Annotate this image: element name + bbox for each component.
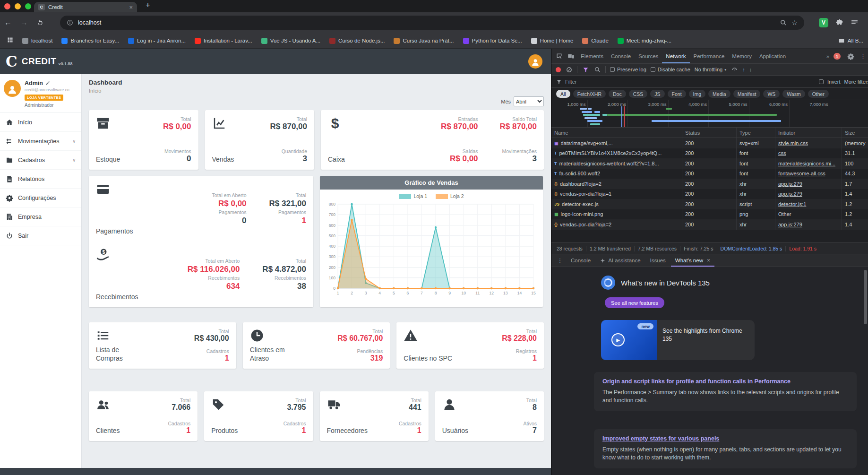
- sidebar-item[interactable]: Movimentações ∨: [0, 132, 81, 151]
- highlights-video-card[interactable]: ▶ new See the highlights from Chrome 135: [601, 320, 755, 360]
- network-request-row[interactable]: ▣data:image/svg+xml,... 200 svg+xml styl…: [551, 138, 868, 148]
- article-link[interactable]: Improved empty states for various panels: [602, 435, 719, 442]
- filter-chip[interactable]: Other: [808, 90, 829, 98]
- search-icon[interactable]: [593, 64, 601, 75]
- scrollbar-thumb[interactable]: [864, 270, 867, 324]
- back-button[interactable]: ←: [0, 18, 16, 27]
- filter-chip[interactable]: Fetch/XHR: [573, 90, 606, 98]
- initiator-link[interactable]: app.js:279: [778, 181, 802, 187]
- network-request-row[interactable]: {}vendas-por-dia?loja=1 200 xhr app.js:2…: [551, 189, 868, 199]
- import-har-icon[interactable]: ↑: [742, 67, 745, 72]
- browser-tab[interactable]: C Credit ×: [34, 2, 137, 12]
- bookmark-item[interactable]: Vue JS - Usando A...: [261, 38, 320, 44]
- column-size[interactable]: Size: [842, 128, 868, 138]
- play-icon[interactable]: ▶: [611, 333, 625, 346]
- bookmark-star-icon[interactable]: ☆: [791, 19, 798, 26]
- devtools-tab[interactable]: Elements: [577, 49, 607, 63]
- window-close-button[interactable]: [4, 3, 10, 9]
- video-thumbnail[interactable]: ▶ new: [601, 320, 657, 360]
- avatar[interactable]: [4, 80, 21, 97]
- bookmark-item[interactable]: localhost: [22, 38, 52, 44]
- devtools-tab[interactable]: Performance: [690, 49, 729, 63]
- legend-item[interactable]: Loja 1: [399, 193, 427, 199]
- drawer-tab-console[interactable]: Console: [567, 254, 595, 267]
- browser-menu-icon[interactable]: [851, 18, 859, 28]
- record-network-log-button[interactable]: [556, 67, 561, 72]
- filter-chip[interactable]: All: [556, 90, 570, 98]
- export-har-icon[interactable]: ↓: [749, 67, 752, 72]
- bookmark-item[interactable]: Claude: [582, 38, 608, 44]
- sidebar-item[interactable]: Início ∨: [0, 113, 81, 132]
- column-status[interactable]: Status: [682, 128, 737, 138]
- initiator-link[interactable]: materialdesignicons.mi...: [778, 161, 835, 166]
- bookmark-item[interactable]: Branches for Easy...: [61, 38, 119, 44]
- filter-chip[interactable]: Img: [689, 90, 706, 98]
- drawer-tab-ai-assistance[interactable]: AI assistance: [596, 254, 645, 267]
- see-all-features-button[interactable]: See all new features: [605, 297, 664, 308]
- site-info-icon[interactable]: [67, 19, 73, 26]
- bookmark-item[interactable]: Installation - Larav...: [195, 38, 252, 44]
- filter-chip[interactable]: WS: [763, 90, 780, 98]
- filter-chip[interactable]: Wasm: [782, 90, 805, 98]
- devtools-settings-gear-icon[interactable]: [845, 51, 856, 62]
- bookmark-item[interactable]: Curso de Node.js...: [329, 38, 385, 44]
- user-avatar[interactable]: [528, 54, 542, 69]
- filter-chip[interactable]: Font: [668, 90, 686, 98]
- bookmark-item[interactable]: Home | Home: [531, 38, 574, 44]
- article-link[interactable]: Origin and script links for profile and …: [602, 378, 791, 385]
- sidebar-item[interactable]: Relatórios ∨: [0, 170, 81, 189]
- disable-cache-checkbox[interactable]: Disable cache: [651, 67, 690, 72]
- zoom-icon[interactable]: [780, 19, 787, 26]
- filter-input[interactable]: [565, 79, 660, 85]
- devtools-tab[interactable]: Network: [662, 49, 689, 63]
- clear-network-log-icon[interactable]: [565, 64, 573, 75]
- all-bookmarks-button[interactable]: All B...: [834, 33, 868, 48]
- filter-chip[interactable]: Doc: [609, 90, 626, 98]
- network-request-row[interactable]: {}dashboard?loja=2 200 xhr app.js:279 1.…: [551, 179, 868, 189]
- apps-grid-icon[interactable]: [7, 36, 14, 45]
- device-toolbar-icon[interactable]: [565, 51, 576, 62]
- network-conditions-icon[interactable]: [730, 64, 738, 75]
- filter-chip[interactable]: JS: [650, 90, 664, 98]
- initiator-link[interactable]: fontawesome-all.css: [778, 171, 825, 176]
- filter-chip[interactable]: Media: [708, 90, 730, 98]
- preserve-log-checkbox[interactable]: Preserve log: [610, 67, 646, 72]
- throttling-select[interactable]: No throttling▾: [695, 67, 726, 72]
- devtools-tab[interactable]: Sources: [635, 49, 662, 63]
- network-overview-waterfall[interactable]: 1,000 ms2,000 ms3,000 ms4,000 ms5,000 ms…: [551, 100, 868, 128]
- column-type[interactable]: Type: [737, 128, 775, 138]
- legend-item[interactable]: Loja 2: [436, 193, 464, 199]
- filter-chip[interactable]: CSS: [629, 90, 648, 98]
- network-request-row[interactable]: ▦logo-icon-mini.png 200 png Other 1.2: [551, 209, 868, 220]
- network-request-row[interactable]: Tpe0TMImSLYBIv1o4X1M8ce2xCx3yop4tQ... 20…: [551, 148, 868, 159]
- devtools-tab[interactable]: Memory: [728, 49, 756, 63]
- initiator-link[interactable]: Other: [778, 211, 791, 217]
- filter-chip[interactable]: Manifest: [733, 90, 761, 98]
- invert-checkbox[interactable]: [819, 79, 824, 84]
- drawer-menu-icon[interactable]: ⋮: [554, 255, 566, 266]
- inspect-element-icon[interactable]: [553, 51, 565, 62]
- devtools-tab[interactable]: Application: [756, 49, 790, 63]
- filter-funnel-icon[interactable]: [582, 64, 589, 75]
- bookmark-item[interactable]: Meet: mdg-zfwq-...: [618, 38, 671, 44]
- tab-close-icon[interactable]: ×: [129, 4, 133, 11]
- bookmark-item[interactable]: Python for Data Sc...: [463, 38, 522, 44]
- sidebar-item[interactable]: Configurações ∨: [0, 189, 81, 207]
- window-zoom-button[interactable]: [25, 3, 31, 9]
- address-bar[interactable]: localhost ☆: [60, 16, 804, 30]
- new-tab-button[interactable]: +: [143, 1, 153, 9]
- column-name[interactable]: Name: [551, 128, 682, 138]
- bookmark-item[interactable]: Curso Java na Prát...: [394, 38, 454, 44]
- window-minimize-button[interactable]: [15, 3, 21, 9]
- initiator-link[interactable]: style.min.css: [778, 140, 808, 146]
- sidebar-item[interactable]: Sair ∨: [0, 226, 81, 245]
- devtools-tab[interactable]: Console: [607, 49, 635, 63]
- sidebar-item[interactable]: Cadastros ∨: [0, 151, 81, 170]
- drawer-tab-whats-new[interactable]: What's new×: [671, 254, 714, 267]
- reload-button[interactable]: [32, 18, 48, 27]
- close-icon[interactable]: ×: [707, 257, 710, 264]
- initiator-link[interactable]: css: [778, 150, 786, 156]
- error-count-badge[interactable]: 1: [834, 53, 841, 60]
- edit-pencil-icon[interactable]: [45, 81, 50, 86]
- more-tabs-icon[interactable]: »: [826, 53, 829, 59]
